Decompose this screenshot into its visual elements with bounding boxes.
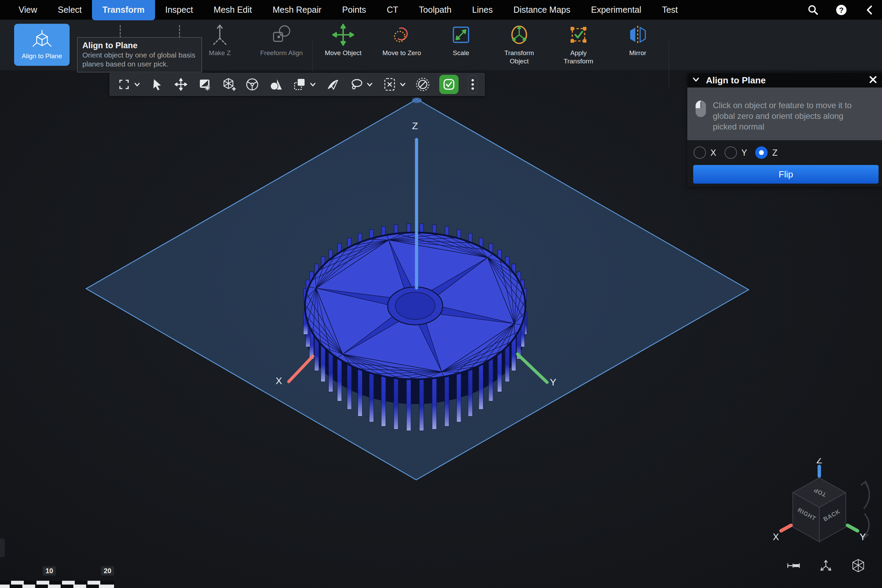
scale-label-10: 10 <box>43 566 56 576</box>
shape-primitives-icon[interactable] <box>269 77 283 92</box>
scale-icon <box>451 21 471 48</box>
deselect-region-icon[interactable] <box>382 77 397 92</box>
confirm-button[interactable] <box>439 75 459 94</box>
menu-tab-mesh-repair[interactable]: Mesh Repair <box>262 0 332 20</box>
chevron-down-icon[interactable] <box>309 81 316 88</box>
panel-close-icon[interactable] <box>869 75 877 85</box>
menu-tab-inspect[interactable]: Inspect <box>155 0 204 20</box>
move-object-icon <box>332 21 354 48</box>
menu-tab-lines[interactable]: Lines <box>462 0 503 20</box>
move-view-icon[interactable] <box>174 77 188 92</box>
chevron-down-icon[interactable] <box>134 81 141 88</box>
help-icon[interactable]: ? <box>835 4 848 16</box>
scale-button[interactable]: Scale <box>440 21 482 57</box>
menu-tab-experimental[interactable]: Experimental <box>580 0 651 20</box>
mesh-add-icon[interactable] <box>221 77 236 92</box>
cube-y-axis <box>848 525 858 531</box>
menu-tab-select[interactable]: Select <box>48 0 92 20</box>
scale-label: Scale <box>453 49 469 57</box>
panel-instruction-text: Click on object or feature to move it to… <box>713 100 867 132</box>
menu-tab-test[interactable]: Test <box>651 0 688 20</box>
menu-tab-toolpath[interactable]: Toolpath <box>409 0 462 20</box>
menu-tab-transform[interactable]: Transform <box>92 0 155 20</box>
collapse-chevron-icon[interactable] <box>863 4 876 16</box>
transform-object-icon <box>508 21 530 48</box>
axis-label-x: X <box>276 375 282 387</box>
radio-x-label: X <box>710 148 716 158</box>
apply-transform-label: Apply Transform <box>559 49 598 66</box>
freeform-align-icon <box>270 21 293 48</box>
panel-collapse-chevron-icon[interactable] <box>692 76 700 85</box>
cube-x-axis <box>781 525 791 531</box>
move-object-button[interactable]: Move Object <box>317 21 369 57</box>
make-z-button[interactable]: Make Z <box>196 21 244 57</box>
search-icon[interactable] <box>807 4 819 16</box>
move-object-label: Move Object <box>325 49 362 57</box>
collapsed-panel-handle[interactable] <box>0 538 5 557</box>
move-to-zero-label: Move to Zero <box>382 49 421 57</box>
tooltip-body: Orient object by one of global basis pla… <box>82 51 197 69</box>
freeform-align-button[interactable]: Freeform Align <box>250 21 312 57</box>
panel-header: Align to Plane <box>687 73 882 87</box>
align-to-plane-tooltip: Align to Plane Orient object by one of g… <box>77 37 202 72</box>
chevron-down-icon[interactable] <box>399 81 406 88</box>
align-to-plane-button[interactable]: Align to Plane <box>14 24 70 66</box>
plane-cut-icon[interactable] <box>326 77 340 92</box>
radio-z-label: Z <box>772 148 777 158</box>
apply-transform-icon <box>568 21 589 48</box>
scale-bar-row <box>0 581 114 585</box>
clear-selection-icon[interactable] <box>416 77 430 92</box>
panel-instruction-box: Click on object or feature to move it to… <box>687 87 882 140</box>
scale-label-20: 20 <box>101 566 114 576</box>
axes-triad-icon[interactable] <box>818 558 833 573</box>
mirror-icon <box>627 21 648 48</box>
cube-z-label: Z <box>816 458 822 465</box>
make-z-icon <box>209 21 231 48</box>
ribbon-separator <box>669 41 669 87</box>
align-to-plane-label: Align to Plane <box>22 52 62 60</box>
bounding-box-icon[interactable] <box>850 558 866 573</box>
mouse-icon <box>695 100 706 119</box>
radio-y-label: Y <box>741 148 747 158</box>
make-z-label: Make Z <box>209 49 231 57</box>
align-to-plane-icon <box>32 29 53 51</box>
move-to-zero-icon <box>391 21 413 48</box>
cube-y-label: Y <box>860 532 866 542</box>
scale-bar-row <box>0 585 114 588</box>
select-cursor-icon[interactable] <box>150 77 164 92</box>
menu-tab-points[interactable]: Points <box>332 0 376 20</box>
application-window: Z X Y View Select Transform Inspect Mesh… <box>0 0 882 588</box>
menu-tab-view[interactable]: View <box>8 0 48 20</box>
navigation-cube[interactable]: TOP RIGHT BACK Z X Y <box>772 458 882 548</box>
fit-view-icon[interactable] <box>117 77 131 92</box>
more-options-icon[interactable] <box>468 75 477 93</box>
axis-label-z: Z <box>412 120 418 132</box>
radio-z[interactable] <box>755 146 768 159</box>
flip-button[interactable]: Flip <box>693 165 879 184</box>
menu-tab-mesh-edit[interactable]: Mesh Edit <box>203 0 262 20</box>
align-to-plane-panel: Align to Plane Click on object or featur… <box>687 73 882 187</box>
transform-object-button[interactable]: Transform Object <box>492 21 547 66</box>
lasso-select-icon[interactable] <box>350 77 364 92</box>
measure-scale-icon[interactable] <box>786 558 801 573</box>
menu-tab-distance-maps[interactable]: Distance Maps <box>503 0 580 20</box>
apply-transform-button[interactable]: Apply Transform <box>551 21 606 66</box>
axis-label-y: Y <box>550 377 556 388</box>
viewport-widgets <box>786 558 866 573</box>
chevron-down-icon[interactable] <box>366 81 373 88</box>
svg-text:?: ? <box>839 6 843 15</box>
axis-radio-group: X Y Z <box>693 146 786 159</box>
radio-x[interactable] <box>693 146 706 159</box>
viewport-toolbar <box>110 73 485 96</box>
mirror-label: Mirror <box>629 49 646 57</box>
surface-settings-icon[interactable] <box>197 77 212 92</box>
move-to-zero-button[interactable]: Move to Zero <box>374 21 429 57</box>
duplicate-selection-icon[interactable] <box>292 77 307 92</box>
menu-bar: View Select Transform Inspect Mesh Edit … <box>0 0 882 20</box>
orbit-wheel-icon[interactable] <box>245 77 260 92</box>
radio-y[interactable] <box>724 146 737 159</box>
menu-tab-ct[interactable]: CT <box>376 0 409 20</box>
mirror-button[interactable]: Mirror <box>617 21 658 57</box>
rotate-view-arrows[interactable] <box>861 482 869 538</box>
panel-controls: X Y Z Flip <box>687 140 882 187</box>
